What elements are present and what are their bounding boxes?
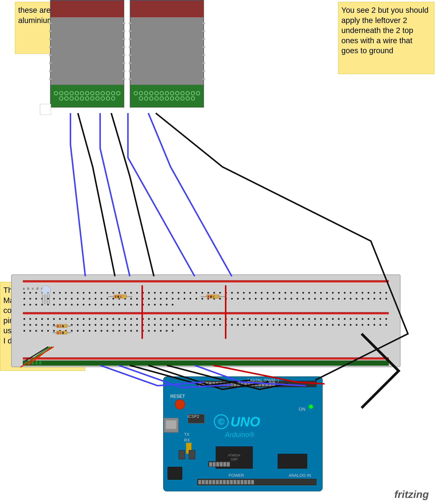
arduino-txrx-label: TXRX (184, 432, 190, 443)
vertical-wire-red-2 (225, 285, 226, 339)
resistor-2 (201, 294, 225, 299)
arduino-icsp-label: ICSP2 (187, 414, 199, 419)
arduino-power-label: POWER (229, 473, 244, 478)
rgb-led-component (41, 285, 51, 304)
arduino-power-pins (208, 461, 231, 467)
arduino-logo-area: © UNO (214, 414, 260, 429)
power-rail-negative (23, 357, 389, 360)
plaque-2 (130, 0, 204, 108)
vertical-wire-red-1 (141, 285, 143, 339)
power-rail-positive (23, 280, 389, 282)
fritzing-watermark: fritzing (394, 488, 429, 500)
resistor-1 (108, 294, 132, 299)
wire-blue-4 (148, 113, 232, 276)
wire-black-2 (111, 113, 154, 276)
plaque-2-bottom (130, 85, 203, 107)
arduino-on-label: ON (299, 407, 305, 412)
wire-black-1 (78, 113, 115, 276)
sticky-note-instructions: You see 2 but you should apply the lefto… (338, 2, 434, 74)
resistors-left (53, 324, 71, 335)
plaque-2-body (130, 17, 203, 85)
plaque-1-top (51, 0, 124, 17)
aluminium-plaques (50, 0, 211, 111)
ground-rail (23, 360, 389, 366)
arduino-analog-pins (197, 479, 316, 485)
arduino-usb-port (164, 418, 179, 433)
arduino-reset-button[interactable] (175, 399, 185, 409)
arduino-power-jack (167, 467, 182, 480)
arduino-analog-label: ANALOG IN (289, 473, 311, 478)
plaque-1 (50, 0, 124, 108)
breadboard: a b c d e (function(){ for(let i=0;i<150… (11, 274, 400, 367)
arduino-on-led (309, 405, 313, 409)
power-rail-middle (23, 312, 389, 314)
arduino-digital-label: DIGITAL (PWM~) (247, 378, 279, 383)
reference-marker (40, 104, 51, 115)
plaque-2-top (130, 0, 203, 17)
wire-blue-3 (128, 113, 195, 276)
arduino-uno-text: UNO (231, 414, 260, 429)
arduino-reset-label: RESET (170, 394, 185, 399)
sticky-note-instructions-text: You see 2 but you should apply the lefto… (341, 6, 428, 55)
arduino-board: RESET ICSP2 TXRX DIGITAL (PWM~) (163, 376, 323, 491)
arduino-secondary-chip (277, 454, 307, 469)
wire-blue-2 (100, 113, 130, 276)
plaque-1-body (51, 17, 124, 85)
plaque-1-bottom (51, 85, 124, 107)
wire-blue-1 (70, 113, 85, 276)
arduino-capacitors (179, 450, 195, 459)
breadboard-holes-bottom: (function(){ for(let i=0;i<150;i++){ doc… (23, 317, 389, 341)
arduino-brand-text: Arduino® (225, 431, 254, 439)
